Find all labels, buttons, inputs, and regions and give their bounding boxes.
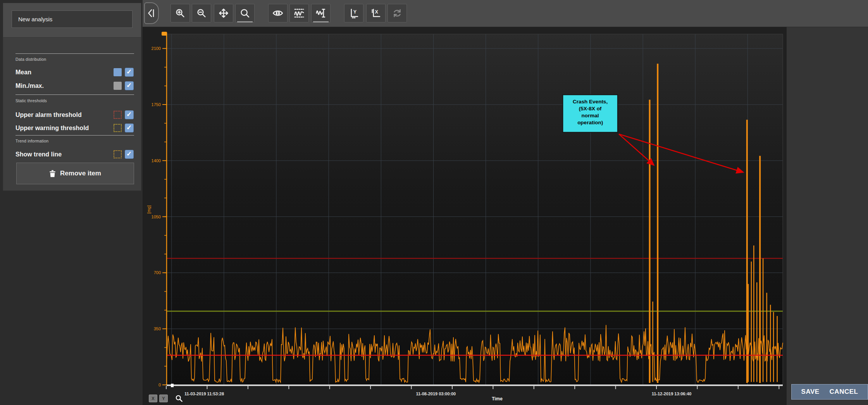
collapse-left-icon bbox=[146, 7, 157, 19]
signal-thresholds-icon bbox=[293, 7, 305, 19]
visibility-button[interactable] bbox=[268, 4, 288, 22]
upper-warning-checkbox[interactable] bbox=[125, 124, 134, 132]
mean-color-swatch bbox=[114, 68, 122, 76]
pan-icon bbox=[218, 7, 229, 19]
divider bbox=[16, 94, 134, 95]
annotation-text: (5X-8X of bbox=[579, 106, 602, 112]
zoom-in-icon bbox=[174, 7, 186, 19]
upper-warning-color-swatch bbox=[114, 124, 122, 132]
upper-alarm-checkbox[interactable] bbox=[125, 110, 134, 119]
section-data-distribution: Data distribution bbox=[16, 57, 46, 62]
zoom-out-icon bbox=[196, 7, 207, 19]
y-axis-handle[interactable] bbox=[162, 32, 167, 36]
upper-alarm-label: Upper alarm threshold bbox=[16, 110, 82, 120]
minmax-checkbox[interactable] bbox=[125, 81, 134, 90]
pan-button[interactable] bbox=[214, 4, 233, 22]
mean-checkbox[interactable] bbox=[125, 68, 134, 77]
axis-lock-controls: X Y bbox=[149, 395, 183, 402]
refresh-icon bbox=[391, 7, 403, 19]
y-tick-label: 2100 bbox=[152, 46, 161, 51]
x-axis-lock-button[interactable]: X bbox=[149, 395, 157, 402]
legend-row-trend-line: Show trend line bbox=[16, 149, 134, 160]
section-static-thresholds: Static thresholds bbox=[16, 98, 47, 103]
mean-label: Mean bbox=[16, 67, 31, 77]
svg-text:X: X bbox=[375, 9, 379, 15]
x-tick-label: 11-12-2019 13:06:40 bbox=[652, 391, 692, 396]
y-tick-label: 1050 bbox=[152, 215, 161, 219]
y-tick-label: 0 bbox=[158, 383, 161, 387]
magnifier-icon[interactable] bbox=[175, 395, 183, 402]
sidebar-header bbox=[3, 3, 141, 38]
right-panel bbox=[787, 27, 868, 405]
trend-line-checkbox[interactable] bbox=[125, 150, 134, 159]
analysis-sidebar: Data distribution Mean Min./max. Static … bbox=[3, 3, 141, 190]
legend-row-upper-warning: Upper warning threshold bbox=[16, 123, 134, 133]
y-tick-label: 350 bbox=[154, 326, 161, 331]
legend-row-upper-alarm: Upper alarm threshold bbox=[16, 110, 134, 120]
zoom-box-button[interactable] bbox=[235, 4, 255, 22]
remove-item-button[interactable]: Remove item bbox=[16, 163, 134, 184]
signal-cursor-button[interactable] bbox=[311, 4, 331, 22]
x-axis-slider[interactable] bbox=[171, 384, 174, 387]
divider bbox=[16, 53, 134, 54]
zoom-in-button[interactable] bbox=[170, 4, 190, 22]
x-axis-title: Time bbox=[492, 396, 503, 402]
zoom-out-button[interactable] bbox=[192, 4, 211, 22]
time-series-chart[interactable]: 03507001050140017502100[mg]11-03-2019 11… bbox=[143, 27, 787, 405]
trend-line-label: Show trend line bbox=[16, 149, 62, 159]
y-axis-unit-label: [mg] bbox=[146, 205, 151, 213]
upper-warning-label: Upper warning threshold bbox=[16, 123, 89, 133]
y-tick-label: 1400 bbox=[152, 158, 161, 163]
x-axis-icon: X bbox=[370, 7, 382, 19]
y-tick-label: 700 bbox=[154, 270, 161, 275]
annotation-text: normal bbox=[582, 113, 599, 118]
scale-x-axis-button[interactable]: X bbox=[366, 4, 386, 22]
collapse-panel-button[interactable] bbox=[144, 2, 159, 24]
eye-icon bbox=[272, 7, 284, 19]
upper-alarm-color-swatch bbox=[114, 111, 122, 119]
y-tick-label: 1750 bbox=[152, 102, 161, 107]
y-axis-icon: Y bbox=[348, 7, 360, 19]
divider bbox=[16, 135, 134, 136]
analysis-name-input[interactable] bbox=[12, 10, 133, 28]
x-tick-label: 11-08-2019 03:00:00 bbox=[416, 391, 456, 396]
remove-item-label: Remove item bbox=[60, 170, 101, 177]
x-tick-label: 11-03-2019 11:53:28 bbox=[184, 391, 224, 396]
legend-row-minmax: Min./max. bbox=[16, 81, 134, 91]
annotation-text: Crash Events, bbox=[573, 99, 608, 105]
minmax-color-swatch bbox=[114, 82, 122, 90]
svg-text:Y: Y bbox=[353, 9, 357, 15]
chart-toolbar: Y X bbox=[143, 0, 868, 27]
save-cancel-bar: SAVE CANCEL bbox=[791, 384, 868, 400]
signal-thresholds-button[interactable] bbox=[289, 4, 309, 22]
chart-area[interactable]: 03507001050140017502100[mg]11-03-2019 11… bbox=[143, 27, 787, 405]
refresh-button[interactable] bbox=[388, 4, 407, 22]
annotation-text: operation) bbox=[577, 120, 603, 125]
left-panel-column: Data distribution Mean Min./max. Static … bbox=[0, 0, 143, 405]
legend-row-mean: Mean bbox=[16, 67, 134, 77]
magnifier-icon bbox=[239, 7, 251, 19]
plot-background[interactable] bbox=[167, 34, 783, 385]
y-axis-lock-button[interactable]: Y bbox=[159, 395, 168, 402]
trash-icon bbox=[49, 170, 56, 177]
minmax-label: Min./max. bbox=[16, 81, 44, 91]
cancel-button[interactable]: CANCEL bbox=[830, 388, 858, 396]
save-button[interactable]: SAVE bbox=[801, 388, 820, 396]
signal-cursor-icon bbox=[315, 7, 327, 19]
scale-y-axis-button[interactable]: Y bbox=[344, 4, 363, 22]
trend-line-color-swatch bbox=[114, 150, 122, 158]
section-trend-information: Trend information bbox=[16, 139, 48, 143]
